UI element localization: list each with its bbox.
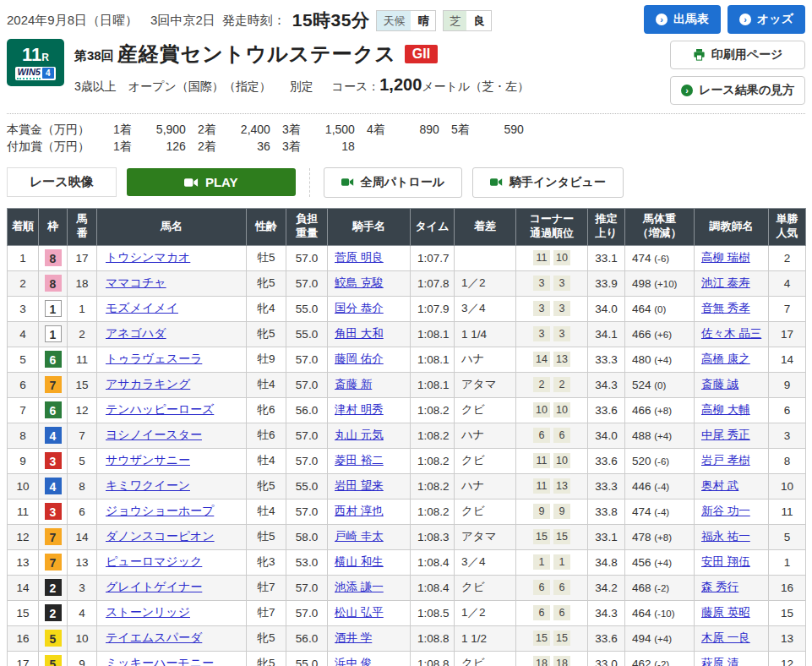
trainer-link[interactable]: 佐々木 晶三 (701, 327, 761, 340)
jockey-link[interactable]: 丸山 元気 (335, 429, 384, 441)
trainer-link[interactable]: 池江 泰寿 (701, 276, 750, 289)
body-weight-value: 446 (632, 480, 654, 493)
horse-link[interactable]: キミワクイーン (106, 478, 190, 494)
cell-corner-order: 1110 (516, 448, 588, 473)
trainer-link[interactable]: 森 秀行 (701, 581, 738, 593)
main-prize-place: 4着 (367, 121, 395, 138)
cell-time: 1:08.4 (411, 549, 455, 575)
table-row: 5611トゥラヴェスーラ牡957.0藤岡 佑介1:08.1ハナ141333.34… (8, 347, 806, 372)
jockey-link[interactable]: 津村 明秀 (335, 403, 384, 416)
trainer-link[interactable]: 高柳 大輔 (701, 403, 750, 416)
trainer-link[interactable]: 新谷 功一 (701, 505, 750, 517)
frame-number-badge: 3 (45, 503, 62, 520)
cell-horse-number: 12 (68, 397, 97, 423)
jockey-link[interactable]: 菱田 裕二 (335, 454, 384, 467)
horse-link[interactable]: アネゴハダ (106, 326, 166, 341)
horse-link[interactable]: トゥラヴェスーラ (106, 352, 202, 367)
cell-horse-name: ヨシノイースター (97, 423, 247, 448)
cell-last-3f: 34.0 (588, 423, 625, 448)
cell-horse-name: テンハッピーローズ (97, 397, 247, 423)
horse-link[interactable]: モズメイメイ (106, 301, 178, 316)
jockey-link[interactable]: 藤岡 佑介 (335, 352, 384, 365)
horse-link[interactable]: ピューロマジック (106, 554, 202, 570)
cell-time: 1:07.7 (411, 245, 455, 270)
cell-body-weight: 466 (+6) (625, 321, 695, 347)
cell-finish-position: 8 (8, 423, 39, 448)
horse-link[interactable]: ダノンスコーピオン (106, 529, 215, 544)
main-prize-amount: 890 (395, 121, 439, 138)
race-header: 11R WIN5 4 第38回 産経賞セントウルステークス GII 3歳以上 オ… (7, 39, 805, 105)
trainer-link[interactable]: 岩戸 孝樹 (701, 454, 750, 467)
jockey-interview-label: 騎手インタビュー (510, 175, 606, 190)
horse-link[interactable]: テンハッピーローズ (106, 402, 214, 418)
trainer-link[interactable]: 奥村 武 (701, 479, 738, 492)
col-header-body: 馬体重 （増減） (625, 208, 695, 245)
cell-win-popularity: 9 (769, 372, 806, 397)
odds-button[interactable]: › オッズ (728, 5, 805, 34)
jockey-link[interactable]: 池添 謙一 (335, 581, 384, 593)
horse-link[interactable]: グレイトゲイナー (106, 580, 202, 595)
divider (7, 113, 805, 114)
horse-name-wrap: トゥラヴェスーラ (106, 352, 243, 367)
cell-horse-name: アサカラキング (97, 372, 247, 397)
horse-link[interactable]: ヨシノイースター (106, 428, 202, 443)
jockey-link[interactable]: 国分 恭介 (335, 302, 384, 314)
horse-link[interactable]: ジョウショーホープ (106, 504, 214, 519)
cell-finish-position: 11 (8, 499, 39, 524)
horse-link[interactable]: トウシンマカオ (106, 250, 190, 265)
jockey-link[interactable]: 岩田 望来 (335, 479, 384, 492)
cell-corner-order: 66 (516, 423, 588, 448)
cell-horse-number: 17 (68, 245, 97, 270)
horse-link[interactable]: ミッキーハーモニー (106, 656, 214, 666)
trainer-link[interactable]: 福永 祐一 (701, 530, 750, 543)
print-page-button[interactable]: 印刷用ページ (670, 41, 805, 69)
col-header-frame: 枠 (39, 208, 68, 245)
jockey-link[interactable]: 浜中 俊 (335, 657, 372, 666)
trainer-link[interactable]: 斎藤 誠 (701, 378, 738, 390)
jockey-link[interactable]: 松山 弘平 (335, 606, 384, 619)
jockey-link[interactable]: 戸崎 圭太 (335, 530, 384, 543)
cell-sex-age: 牝5 (247, 321, 286, 347)
jockey-link[interactable]: 菅原 明良 (335, 251, 384, 264)
cell-horse-number: 3 (68, 575, 97, 600)
camera-icon (341, 177, 354, 187)
cell-trainer: 池江 泰寿 (695, 270, 769, 296)
horse-link[interactable]: テイエムスパーダ (106, 631, 202, 646)
jockey-link[interactable]: 角田 大和 (335, 327, 384, 340)
trainer-link[interactable]: 安田 翔伍 (701, 555, 750, 568)
jockey-link[interactable]: 斎藤 新 (335, 378, 372, 390)
col-header-num: 馬 番 (68, 208, 97, 245)
added-prize-place: 3着 (282, 138, 311, 155)
cell-frame: 7 (39, 549, 68, 575)
jockey-interview-button[interactable]: 騎手インタビュー (472, 167, 624, 198)
cell-frame: 4 (39, 473, 68, 499)
jockey-link[interactable]: 横山 和生 (335, 555, 384, 568)
cell-carried-weight: 57.0 (286, 423, 328, 448)
trainer-link[interactable]: 高橋 康之 (701, 352, 750, 365)
trainer-link[interactable]: 萩原 清 (701, 657, 738, 666)
horse-link[interactable]: アサカラキング (106, 377, 190, 392)
trainer-link[interactable]: 藤原 英昭 (701, 606, 750, 619)
jockey-link[interactable]: 鮫島 克駿 (335, 276, 384, 289)
horse-link[interactable]: ストーンリッジ (106, 605, 190, 620)
cell-win-popularity: 1 (769, 549, 806, 575)
patrol-video-button[interactable]: 全周パトロール (324, 167, 462, 198)
play-button[interactable]: PLAY (127, 168, 296, 196)
cell-sex-age: 牡9 (247, 347, 286, 372)
result-guide-button[interactable]: › レース結果の見方 (670, 76, 805, 105)
corner-position: 9 (533, 504, 550, 519)
trainer-link[interactable]: 高柳 瑞樹 (701, 251, 750, 264)
horse-link[interactable]: サウザンサニー (106, 453, 190, 468)
trainer-link[interactable]: 音無 秀孝 (701, 302, 750, 314)
trainer-link[interactable]: 中尾 秀正 (701, 429, 750, 441)
cell-margin: クビ (455, 448, 516, 473)
trainer-link[interactable]: 木原 一良 (701, 631, 750, 644)
entries-button[interactable]: › 出馬表 (644, 5, 721, 34)
frame-number-badge: 6 (45, 351, 62, 368)
jockey-link[interactable]: 西村 淳也 (335, 505, 384, 517)
jockey-link[interactable]: 酒井 学 (335, 631, 372, 644)
cell-win-popularity: 12 (769, 651, 806, 666)
body-weight-value: 456 (632, 556, 654, 569)
horse-link[interactable]: ママコチャ (106, 276, 166, 291)
frame-number-badge: 5 (45, 655, 62, 666)
